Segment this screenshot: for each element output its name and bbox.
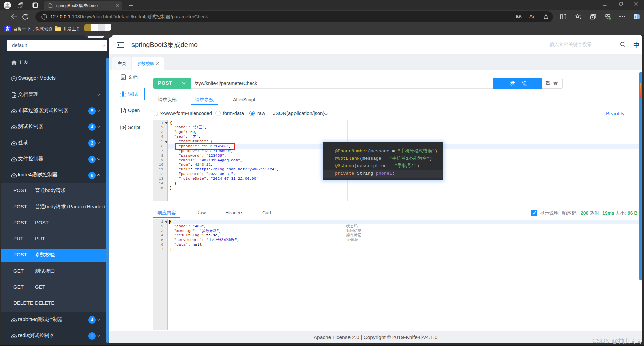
svg-text:du: du [7,29,9,31]
